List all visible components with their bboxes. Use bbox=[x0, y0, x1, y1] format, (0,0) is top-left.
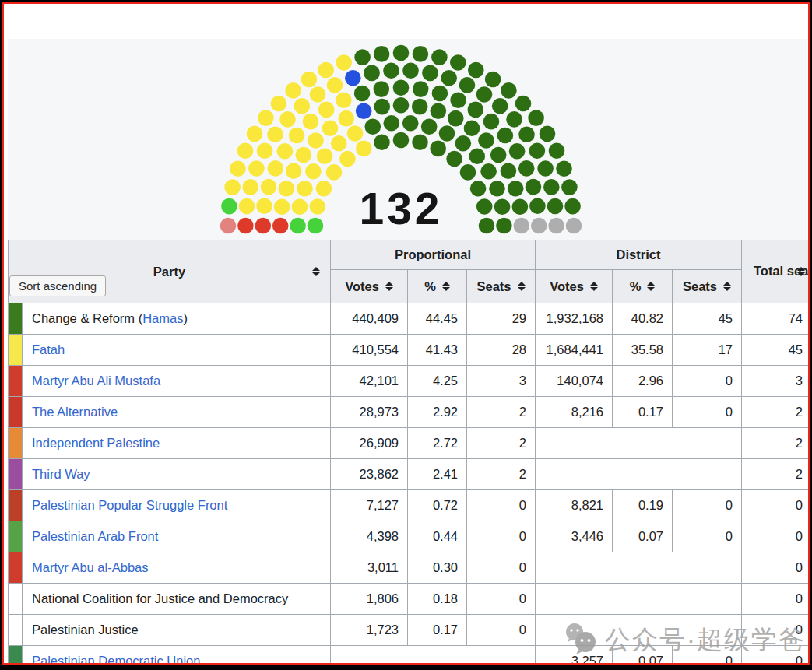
seat-dot bbox=[365, 118, 381, 135]
seat-dot bbox=[556, 160, 572, 177]
header-district-seats[interactable]: Seats bbox=[673, 270, 742, 303]
seat-dot bbox=[393, 97, 410, 114]
party-link[interactable]: Martyr Abu Ali Mustafa bbox=[32, 374, 160, 388]
proportional-seats-cell: 3 bbox=[467, 366, 536, 397]
header-party-label: Party bbox=[153, 265, 185, 279]
seat-dot bbox=[294, 98, 311, 114]
table-row: Martyr Abu al-Abbas3,0110.3000 bbox=[9, 552, 811, 584]
party-color-swatch bbox=[9, 552, 23, 584]
proportional-percent-cell: 0.44 bbox=[408, 521, 467, 552]
seat-dot bbox=[464, 121, 480, 137]
seat-dot bbox=[279, 111, 296, 128]
table-row: Palestinian Popular Struggle Front7,1270… bbox=[9, 490, 811, 521]
party-link[interactable]: Third Way bbox=[32, 467, 90, 481]
seat-dot bbox=[230, 160, 246, 177]
seat-dot bbox=[258, 110, 274, 126]
seat-dot bbox=[347, 125, 364, 142]
proportional-seats-cell: 2 bbox=[467, 397, 536, 428]
proportional-seats-cell: 0 bbox=[467, 615, 536, 646]
district-votes-cell: 140,074 bbox=[536, 366, 613, 397]
proportional-percent-cell: 44.45 bbox=[408, 303, 467, 335]
seat-dot bbox=[384, 115, 400, 132]
district-seats-cell: 0 bbox=[673, 490, 742, 521]
table-row: The Alternative28,9732.9228,2160.1702 bbox=[9, 397, 811, 428]
district-percent-cell: 0.19 bbox=[613, 490, 673, 521]
proportional-percent-cell: 0.72 bbox=[408, 490, 467, 521]
proportional-votes-cell: 1,723 bbox=[331, 615, 408, 646]
party-link[interactable]: Martyr Abu al-Abbas bbox=[32, 560, 148, 574]
header-total-seats[interactable]: Total seats bbox=[742, 240, 810, 303]
seat-dot bbox=[402, 63, 419, 79]
seat-dot bbox=[412, 135, 428, 151]
district-votes-cell: 8,216 bbox=[536, 397, 613, 428]
party-color-swatch bbox=[9, 490, 23, 521]
party-name-cell: Palestinian Justice bbox=[23, 615, 331, 646]
seat-dot bbox=[374, 135, 390, 151]
seat-dot bbox=[338, 110, 354, 127]
seat-dot bbox=[296, 147, 312, 163]
party-link[interactable]: Palestinian Democratic Union bbox=[32, 654, 200, 665]
screenshot-frame: 132 Party Proportional District Total se… bbox=[2, 2, 810, 665]
district-seats-cell: 0 bbox=[673, 366, 742, 397]
district-votes-cell: 3,257 bbox=[536, 646, 613, 666]
district-percent-cell: 0.07 bbox=[613, 521, 673, 552]
seat-dot bbox=[448, 110, 464, 127]
party-link[interactable]: Palestinian Popular Struggle Front bbox=[32, 498, 227, 512]
proportional-seats-cell: 0 bbox=[467, 521, 536, 552]
proportional-percent-cell: 2.92 bbox=[408, 397, 467, 428]
header-district-percent[interactable]: % bbox=[613, 270, 673, 303]
table-row: Martyr Abu Ali Mustafa42,1014.253140,074… bbox=[9, 366, 811, 397]
seat-dot bbox=[529, 143, 546, 160]
seat-dot bbox=[402, 115, 419, 132]
total-seats-cell: 0 bbox=[742, 521, 810, 552]
party-link[interactable]: Palestinian Arab Front bbox=[32, 529, 158, 543]
seat-dot bbox=[485, 72, 501, 88]
party-color-swatch bbox=[9, 428, 23, 459]
party-link[interactable]: Hamas bbox=[142, 311, 183, 325]
header-group-district: District bbox=[536, 240, 742, 270]
header-proportional-votes[interactable]: Votes bbox=[331, 270, 408, 303]
seat-dot bbox=[455, 135, 472, 152]
party-name-cell: Martyr Abu al-Abbas bbox=[23, 552, 331, 584]
header-district-votes[interactable]: Votes bbox=[536, 270, 613, 303]
table-row: Change & Reform (Hamas)440,40944.45291,9… bbox=[9, 303, 811, 335]
district-empty-cell bbox=[536, 428, 742, 459]
sort-icon bbox=[647, 282, 655, 291]
district-votes-cell: 1,932,168 bbox=[536, 303, 613, 335]
party-color-swatch bbox=[9, 335, 23, 366]
seat-dot bbox=[483, 114, 500, 130]
seat-dot bbox=[468, 62, 484, 79]
seat-dot bbox=[432, 86, 448, 102]
total-seats-cell: 0 bbox=[742, 646, 810, 666]
proportional-votes-cell: 23,862 bbox=[331, 459, 408, 490]
seat-dot bbox=[286, 163, 302, 179]
seat-dot bbox=[421, 118, 438, 135]
proportional-votes-cell: 440,409 bbox=[331, 303, 408, 335]
seat-dot bbox=[540, 126, 556, 142]
seat-dot bbox=[441, 70, 457, 86]
seat-dot bbox=[327, 77, 343, 93]
proportional-percent-cell: 41.43 bbox=[408, 335, 467, 366]
proportional-percent-cell: 2.41 bbox=[408, 459, 467, 490]
seat-dot bbox=[356, 103, 372, 120]
proportional-votes-cell: 28,973 bbox=[331, 397, 408, 428]
seat-dot bbox=[331, 135, 347, 152]
district-percent-cell: 0.07 bbox=[613, 646, 673, 666]
total-seats-cell: 0 bbox=[742, 615, 810, 646]
seat-dot bbox=[537, 160, 554, 177]
seat-dot bbox=[476, 86, 493, 103]
seat-dot bbox=[317, 149, 333, 165]
seat-dot bbox=[450, 54, 466, 71]
header-total-seats-label: Total seats bbox=[754, 263, 791, 279]
header-proportional-seats[interactable]: Seats bbox=[467, 270, 536, 303]
header-proportional-percent[interactable]: % bbox=[408, 270, 467, 303]
seat-dot bbox=[478, 132, 494, 149]
party-link[interactable]: Independent Palestine bbox=[32, 436, 160, 450]
proportional-votes-cell: 3,011 bbox=[331, 552, 408, 584]
district-seats-cell: 45 bbox=[673, 303, 742, 335]
screenshot: { "chart_data": { "type": "parliament", … bbox=[0, 0, 812, 670]
total-seats-cell: 2 bbox=[742, 397, 810, 428]
party-link[interactable]: The Alternative bbox=[32, 405, 118, 419]
seat-dot bbox=[422, 65, 438, 82]
party-link[interactable]: Fatah bbox=[32, 342, 65, 356]
